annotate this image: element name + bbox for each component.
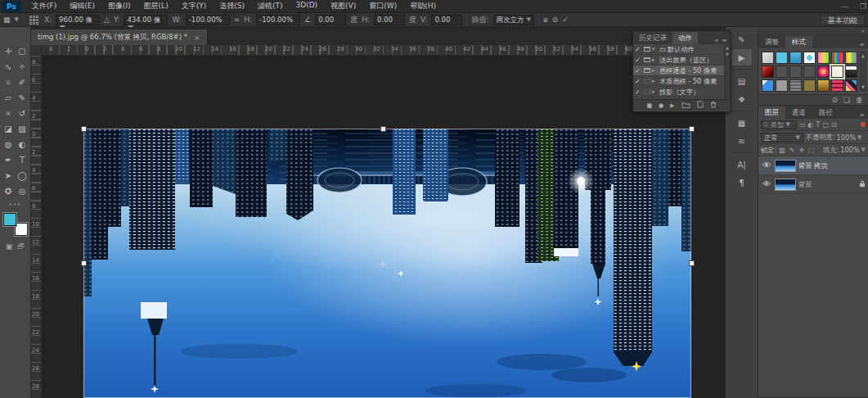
collapse-panels-icon[interactable]: » [758, 27, 868, 35]
lock-transparency-icon[interactable]: ▨ [779, 147, 785, 154]
tab-channels[interactable]: 通道 [785, 106, 812, 119]
document-tab[interactable]: timg (1).jpg @ 66.7% (背景 拷贝, RGB/8#) * × [31, 29, 208, 45]
menubar-item-0[interactable]: 文件(F) [26, 0, 62, 12]
tab-styles[interactable]: 样式 [785, 36, 812, 48]
style-swatch-9[interactable] [789, 66, 802, 78]
style-swatch-8[interactable] [776, 66, 788, 78]
transform-handle-middle-left[interactable] [81, 260, 87, 266]
clone-source-panel-icon[interactable]: ▤ [732, 73, 752, 89]
minimize-button[interactable]: — [841, 2, 848, 11]
dialog-toggle-icon[interactable] [644, 57, 650, 62]
move-tool[interactable]: ✛ [2, 43, 16, 59]
actions-collapse-icon[interactable]: » [714, 37, 718, 44]
style-swatch-18[interactable] [817, 79, 830, 92]
layer-name[interactable]: 背景 拷贝 [798, 161, 866, 170]
menubar-item-4[interactable]: 文字(Y) [176, 0, 213, 12]
opacity-value[interactable]: 100% [837, 133, 856, 142]
style-swatch-13[interactable] [845, 66, 857, 78]
character-panel-icon[interactable]: A| [732, 156, 752, 173]
marquee-tool[interactable]: ▢ [16, 43, 29, 59]
opacity-caret-icon[interactable]: ▼ [857, 134, 861, 141]
record-icon[interactable]: ● [659, 102, 663, 109]
style-swatch-16[interactable] [789, 79, 802, 92]
layer-thumbnail[interactable] [775, 179, 796, 191]
quick-selection-tool[interactable]: ✧ [16, 59, 29, 75]
lock-all-icon[interactable]: ⬚ [808, 147, 815, 154]
action-checkmark-icon[interactable]: ✓ [635, 57, 642, 64]
layer-name[interactable]: 背景 [798, 180, 857, 189]
action-item-2[interactable]: ✓▸画框通道 - 50 像素 [633, 66, 730, 76]
screen-mode-icon[interactable]: 🗗 [17, 242, 25, 251]
cancel-transform-icon[interactable]: ⊘ [552, 16, 559, 24]
brush-tool[interactable]: ✎ [16, 90, 29, 106]
height-input[interactable]: -100.00% [256, 15, 300, 25]
style-swatch-14[interactable] [762, 79, 774, 92]
actions-scrollbar[interactable]: ▲▼ [724, 44, 730, 99]
eraser-tool[interactable]: ◪ [2, 121, 16, 137]
style-swatch-3[interactable] [803, 52, 816, 64]
width-input[interactable]: -100.00% [186, 15, 230, 25]
visibility-eye-icon[interactable] [761, 180, 772, 188]
tab-actions[interactable]: 动作 [672, 32, 698, 44]
expand-icon[interactable]: ▸ [652, 57, 658, 63]
filter-type-layers-icon[interactable]: T [816, 121, 821, 129]
expand-icon[interactable]: ▸ [652, 67, 658, 74]
pen-tool[interactable]: ✒ [2, 152, 16, 168]
dialog-toggle-icon[interactable] [644, 47, 650, 52]
link-dimensions-icon[interactable]: ∞ [234, 16, 241, 24]
lasso-tool[interactable]: ∿ [2, 59, 16, 75]
actions-panel-icon[interactable]: ▶ [732, 49, 752, 66]
layer-filter-select[interactable]: 类型▼ [761, 120, 797, 129]
tool-preset-icon[interactable]: ▦ [3, 16, 11, 24]
warp-mode-toggle-icon[interactable]: ⧆ [543, 16, 548, 25]
fill-caret-icon[interactable]: ▼ [861, 147, 866, 153]
restore-button[interactable]: ❐ [860, 2, 866, 11]
path-selection-tool[interactable]: ➤ [2, 168, 16, 183]
lock-position-icon[interactable]: ✛ [798, 147, 804, 154]
relative-position-icon[interactable]: △ [104, 16, 110, 24]
gradient-tool[interactable]: ▨ [16, 121, 29, 137]
foreground-color-swatch[interactable] [3, 213, 16, 226]
layer-filter-toggle[interactable] [861, 122, 866, 127]
menubar-item-10[interactable]: 帮助(H) [404, 0, 442, 12]
blur-tool[interactable]: ◍ [2, 137, 16, 152]
menubar-item-5[interactable]: 选择(S) [214, 0, 250, 12]
blend-mode-select[interactable]: 正常▼ [761, 133, 803, 142]
angle-input[interactable]: 0.00 [315, 15, 346, 25]
transform-handle-top-left[interactable] [81, 126, 87, 132]
commit-transform-icon[interactable]: ✓ [562, 16, 569, 24]
adjustments-panel-icon[interactable]: ≋ [732, 133, 752, 149]
action-checkmark-icon[interactable]: ✓ [635, 78, 642, 85]
action-checkmark-icon[interactable]: ✓ [635, 88, 642, 96]
stop-recording-icon[interactable]: ■ [646, 102, 652, 109]
lock-pixels-icon[interactable]: ✎ [789, 147, 795, 154]
play-action-icon[interactable]: ▶ [670, 102, 674, 109]
edit-toolbar-icon[interactable]: ••• [0, 201, 30, 208]
style-swatch-11[interactable] [817, 66, 830, 78]
tab-history[interactable]: 历史记录 [633, 32, 672, 44]
clear-style-icon[interactable]: ⊘ [831, 96, 838, 104]
tab-layers[interactable]: 图层 [758, 106, 785, 119]
new-style-icon[interactable]: ❏ [843, 96, 850, 104]
actions-panel-menu-icon[interactable]: ≡ [722, 37, 727, 44]
crop-tool[interactable]: ⌗ [2, 75, 16, 90]
tool-presets-panel-icon[interactable]: ❖ [732, 91, 752, 107]
transform-handle-top-center[interactable] [380, 126, 386, 132]
action-item-1[interactable]: ✓▸淡出效果（选区） [633, 55, 730, 66]
style-swatch-7[interactable] [762, 66, 774, 78]
style-swatch-12[interactable] [831, 66, 843, 78]
paragraph-panel-icon[interactable]: ¶ [732, 174, 752, 191]
action-item-3[interactable]: ✓▸木质画框 - 50 像素 [633, 76, 730, 87]
shape-tool[interactable]: ◯ [16, 168, 29, 183]
style-swatch-17[interactable] [803, 79, 816, 92]
workspace-switcher[interactable]: 基本功能 [821, 15, 865, 25]
menubar-item-3[interactable]: 图层(L) [138, 0, 174, 12]
styles-panel-menu-icon[interactable]: ≡ [859, 41, 868, 48]
style-swatch-20[interactable] [845, 79, 857, 92]
filter-pixel-layers-icon[interactable]: ▭ [799, 121, 806, 129]
delete-style-icon[interactable]: 🗑 [856, 96, 863, 104]
style-swatch-5[interactable] [831, 52, 843, 64]
transform-handle-top-right[interactable] [689, 126, 695, 132]
filter-shape-layers-icon[interactable]: ▢ [822, 121, 829, 129]
hskew-input[interactable]: 0.00 [374, 15, 405, 25]
